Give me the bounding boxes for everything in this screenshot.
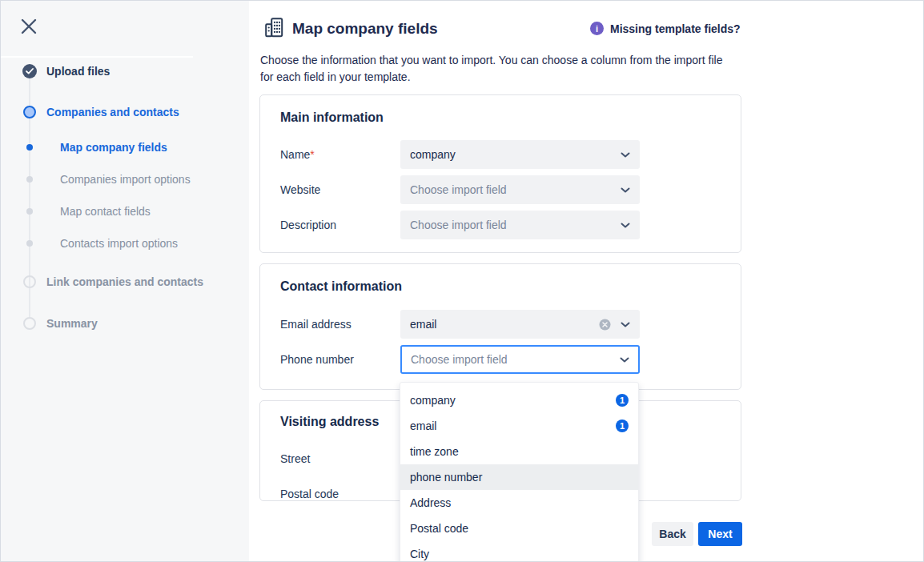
missing-template-fields-link[interactable]: i Missing template fields? — [590, 22, 741, 35]
step-label: Link companies and contacts — [46, 275, 203, 288]
step-complete-icon — [22, 64, 37, 78]
placeholder-text: Choose import field — [411, 353, 620, 366]
field-label-street: Street — [280, 444, 310, 473]
step-label: Upload files — [46, 65, 110, 78]
substep-active-dot — [26, 144, 33, 151]
chevron-down-icon — [621, 152, 630, 158]
clear-selection-icon[interactable] — [599, 319, 611, 331]
name-select[interactable]: company — [400, 140, 640, 169]
dropdown-option-company[interactable]: company 1 — [400, 387, 638, 413]
step-label: Companies import options — [60, 173, 191, 186]
chevron-down-icon — [621, 187, 630, 193]
selected-value: email — [410, 318, 599, 331]
chevron-down-icon — [621, 223, 630, 228]
field-label-website: Website — [280, 175, 320, 204]
step-label: Map contact fields — [60, 205, 151, 218]
back-button[interactable]: Back — [652, 522, 693, 546]
substep-dot — [26, 176, 33, 183]
email-address-select[interactable]: email — [400, 310, 640, 339]
section-title: Visiting address — [280, 415, 379, 429]
import-wizard-window: Upload files Companies and contacts Map … — [0, 0, 924, 562]
step-upcoming-icon — [23, 317, 36, 330]
page-description: Choose the information that you want to … — [260, 52, 734, 86]
section-title: Main information — [280, 110, 384, 125]
wizard-steps-sidebar: Upload files Companies and contacts Map … — [1, 1, 249, 561]
main-information-card: Main information Name* company Website C… — [259, 94, 741, 253]
substep-dot — [26, 208, 33, 215]
dropdown-option-phone-number[interactable]: phone number — [400, 464, 638, 490]
main-panel: Map company fields i Missing template fi… — [249, 1, 924, 561]
phone-number-select[interactable]: Choose import field — [400, 345, 640, 374]
selected-value: company — [410, 148, 621, 161]
step-label: Summary — [46, 317, 98, 330]
next-button[interactable]: Next — [698, 522, 742, 546]
import-field-dropdown-menu: company 1 email 1 time zone phone number… — [400, 382, 639, 562]
dropdown-option-postal-code[interactable]: Postal code — [400, 516, 638, 541]
placeholder-text: Choose import field — [410, 183, 621, 196]
field-label-email-address: Email address — [280, 310, 352, 339]
info-icon: i — [590, 22, 604, 35]
chevron-down-icon — [620, 357, 629, 363]
page-title: Map company fields — [292, 20, 438, 38]
dropdown-option-address[interactable]: Address — [400, 490, 638, 516]
step-current-icon — [23, 106, 36, 118]
chevron-down-icon — [621, 322, 630, 327]
usage-count-badge: 1 — [616, 394, 629, 407]
contact-information-card: Contact information Email address email … — [259, 263, 741, 390]
sidebar-divider — [1, 56, 193, 58]
step-label: Companies and contacts — [46, 106, 179, 118]
step-upcoming-icon — [23, 275, 36, 288]
website-select[interactable]: Choose import field — [400, 175, 640, 204]
field-label-phone-number: Phone number — [280, 345, 354, 374]
required-asterisk: * — [310, 148, 314, 161]
description-select[interactable]: Choose import field — [400, 211, 640, 239]
company-building-icon — [265, 18, 283, 40]
substep-dot — [26, 240, 33, 247]
help-link-label: Missing template fields? — [610, 22, 741, 35]
field-label-name: Name* — [280, 140, 315, 169]
dropdown-option-time-zone[interactable]: time zone — [400, 439, 638, 464]
placeholder-text: Choose import field — [410, 219, 621, 231]
dropdown-option-city[interactable]: City — [400, 541, 638, 562]
field-label-description: Description — [280, 211, 336, 239]
close-icon[interactable] — [20, 18, 38, 35]
section-title: Contact information — [280, 279, 402, 294]
usage-count-badge: 1 — [616, 419, 629, 432]
dropdown-option-email[interactable]: email 1 — [400, 413, 638, 439]
step-label: Contacts import options — [60, 237, 178, 250]
step-label: Map company fields — [60, 141, 167, 154]
field-label-postal-code: Postal code — [280, 480, 339, 508]
